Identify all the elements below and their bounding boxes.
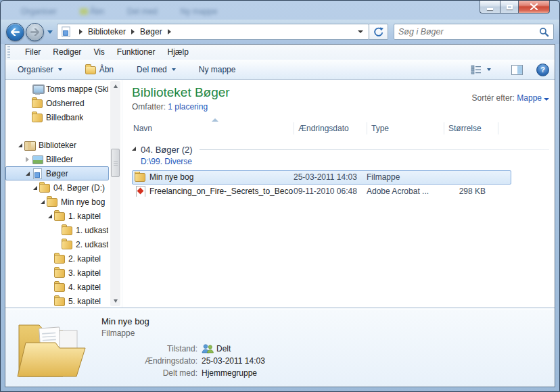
tree-item-label: Billeder (46, 155, 73, 164)
breadcrumb-boger[interactable]: Bøger (139, 26, 163, 38)
maximize-icon (507, 5, 513, 9)
maximize-button[interactable] (500, 1, 519, 14)
tree-item-1-udkast[interactable]: 1. udkast (5, 223, 109, 237)
file-name: Min nye bog (149, 172, 193, 182)
folder-icon (47, 197, 58, 207)
open-button[interactable]: Åbn (78, 62, 120, 77)
library-icon (24, 140, 36, 151)
column-type[interactable]: Type (367, 122, 444, 134)
new-folder-button[interactable]: Ny mappe (192, 62, 243, 77)
expander-icon[interactable] (16, 143, 24, 147)
triangle-down-icon (114, 299, 118, 303)
group-expanded-icon[interactable] (132, 147, 136, 151)
titlebar[interactable]: Organiser Åbn Del med Ny mappe (1, 1, 559, 20)
tree-item-3-kapitel[interactable]: 3. kapitel (5, 266, 109, 280)
file-type: Adobe Acrobat ... (367, 187, 444, 196)
expander-icon[interactable] (23, 172, 32, 176)
state-value: Delt (216, 344, 231, 353)
tree-item-04-bøger-d-[interactable]: 04. Bøger (D:) (5, 180, 109, 195)
scroll-down-button[interactable] (110, 296, 120, 306)
tree-item-1-kapitel[interactable]: 1. kapitel (5, 209, 109, 223)
client-area: FilerRedigerVisFunktionerHjælp Organiser… (5, 44, 555, 387)
expanded-triangle-icon (48, 214, 52, 218)
question-mark-icon: ? (540, 66, 545, 74)
details-title: Min nye bog (101, 316, 265, 326)
forward-arrow-icon (30, 28, 39, 36)
group-header[interactable]: 04. Bøger (2) (132, 145, 549, 155)
tree-item-label: Min nye bog (61, 197, 105, 207)
forward-button[interactable] (26, 23, 44, 41)
chevron-down-icon[interactable] (544, 98, 549, 101)
breadcrumb-arrow-icon[interactable] (131, 29, 135, 34)
tree-item-toms-mappe-skil[interactable]: Toms mappe (Skil (5, 82, 109, 96)
search-icon[interactable] (539, 27, 549, 37)
breadcrumb-arrow-icon[interactable] (168, 29, 171, 34)
tree-item-odsherred[interactable]: Odsherred (5, 96, 109, 110)
navigation-pane: Toms mappe (SkilOdsherredBilledbankBibli… (5, 80, 122, 308)
group-divider (200, 149, 549, 150)
scrollbar-thumb[interactable] (111, 149, 120, 177)
breadcrumb-arrow-icon[interactable] (79, 29, 83, 34)
recent-pages-dropdown[interactable] (47, 30, 53, 34)
sidebar-scrollbar[interactable] (110, 81, 120, 306)
column-size[interactable]: Størrelse (444, 122, 498, 134)
sort-ascending-icon (212, 118, 218, 122)
share-with-button[interactable]: Del med (130, 62, 183, 77)
menu-item-funktioner[interactable]: Funktioner (111, 45, 162, 59)
scroll-up-button[interactable] (110, 81, 120, 91)
tree-item-2-udkast[interactable]: 2. udkast (5, 237, 109, 251)
search-box[interactable] (394, 24, 554, 40)
menu-item-vis[interactable]: Vis (87, 45, 110, 59)
refresh-button[interactable] (369, 24, 388, 40)
search-input[interactable] (398, 27, 539, 36)
tree-spacer (5, 124, 122, 138)
expander-icon[interactable] (38, 200, 47, 204)
large-folder-icon (16, 315, 87, 381)
close-button[interactable] (519, 1, 550, 14)
sort-by-label: Sortér efter: (472, 93, 515, 103)
sort-by-value[interactable]: Mappe (517, 93, 542, 103)
file-type: Filmappe (367, 172, 444, 182)
menu-item-filer[interactable]: Filer (19, 45, 47, 59)
minimize-button[interactable] (480, 1, 500, 14)
menu-item-rediger[interactable]: Rediger (47, 45, 87, 59)
tree-item-billeder[interactable]: Billeder (5, 152, 109, 166)
tree-item-label: 2. udkast (76, 240, 108, 249)
expander-icon[interactable] (30, 186, 39, 190)
address-dropdown-icon[interactable] (358, 30, 363, 33)
back-button[interactable] (6, 23, 24, 41)
tree-item-bøger[interactable]: Bøger (5, 166, 109, 180)
menu-item-hjælp[interactable]: Hjælp (162, 45, 195, 59)
column-date[interactable]: Ændringsdato (294, 122, 367, 134)
expander-icon[interactable] (45, 214, 54, 218)
tree-item-biblioteker[interactable]: Biblioteker (5, 138, 109, 152)
menu-bar: FilerRedigerVisFunktionerHjælp (5, 45, 555, 59)
ghost-share: Del med (127, 7, 158, 16)
ghost-organiser: Organiser (21, 7, 57, 16)
tree-item-2-kapitel[interactable]: 2. kapitel (5, 251, 109, 266)
file-row-freelancing-pdf[interactable]: Freelancing_on_Fire-_Secrets_to_Beco... … (132, 185, 511, 199)
open-label: Åbn (99, 65, 114, 74)
titlebar-ghost-text: Organiser Åbn Del med Ny mappe (21, 7, 217, 16)
tree-item-billedbank[interactable]: Billedbank (5, 110, 109, 124)
change-view-button[interactable] (464, 62, 498, 77)
tree-item-5-kapitel[interactable]: 5. kapitel (5, 294, 109, 308)
preview-pane-button[interactable] (505, 62, 530, 78)
shared-with-label: Delt med: (101, 368, 197, 378)
tree-item-label: Bøger (46, 169, 68, 178)
file-name: Freelancing_on_Fire-_Secrets_to_Beco... (149, 187, 294, 196)
organiser-button[interactable]: Organiser (11, 62, 69, 77)
expander-icon[interactable] (23, 157, 32, 162)
column-name[interactable]: Navn (132, 122, 294, 134)
file-row-min-nye-bog[interactable]: Min nye bog 25-03-2011 14:03 Filmappe (132, 170, 511, 185)
help-button[interactable]: ? (536, 64, 549, 76)
tree-item-4-kapitel[interactable]: 4. kapitel (5, 280, 109, 294)
expanded-triangle-icon (26, 172, 30, 176)
group-path-link[interactable]: D:\99. Diverse (141, 157, 549, 166)
address-bar[interactable]: Biblioteker Bøger (57, 24, 369, 40)
explorer-window: Organiser Åbn Del med Ny mappe Bibliotek… (0, 0, 560, 392)
breadcrumb-biblioteker[interactable]: Biblioteker (87, 26, 126, 38)
tree-item-min-nye-bog[interactable]: Min nye bog (5, 195, 109, 209)
folder-icon (54, 268, 66, 278)
locations-link[interactable]: 1 placering (168, 102, 208, 112)
